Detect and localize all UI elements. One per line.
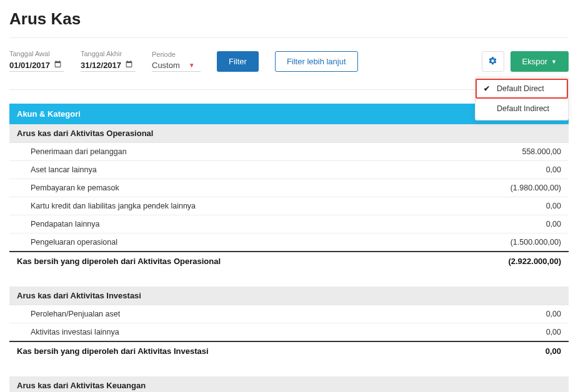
tanggal-awal-value: 01/01/2017 (9, 61, 50, 70)
table-row: Pendapatan lainnya0,00 (9, 215, 569, 233)
right-actions: Ekspor ▼ ✔Default DirectDefault Indirect (482, 51, 569, 72)
section-header: Arus kas dari Aktivitas Investasi (9, 287, 569, 305)
calendar-icon (125, 60, 133, 70)
section-header: Arus kas dari Aktivitas Operasional (9, 124, 569, 143)
subtotal-value: 0,00 (431, 341, 569, 360)
ekspor-label: Ekspor (522, 57, 547, 66)
table-row: Pembayaran ke pemasok(1.980.000,00) (9, 179, 569, 197)
settings-menu-item[interactable]: ✔Default Direct (476, 79, 568, 99)
subtotal-label: Kas bersih yang diperoleh dari Aktivitas… (9, 252, 431, 270)
row-name[interactable]: Pengeluaran operasional (9, 233, 431, 252)
subtotal-label: Kas bersih yang diperoleh dari Aktivitas… (9, 341, 431, 360)
col-account-header: Akun & Kategori (9, 104, 431, 124)
row-value: (1.500.000,00) (431, 233, 569, 252)
row-value: 558.000,00 (431, 143, 569, 161)
row-name[interactable]: Pendapatan lainnya (9, 215, 431, 233)
tanggal-awal-input[interactable]: 01/01/2017 (9, 59, 64, 72)
table-row: Pengeluaran operasional(1.500.000,00) (9, 233, 569, 252)
row-value: 0,00 (431, 215, 569, 233)
filter-button[interactable]: Filter (217, 51, 259, 72)
row-name[interactable]: Kartu kredit dan liabilitas jangka pende… (9, 197, 431, 215)
settings-menu-item-label: Default Direct (497, 84, 544, 93)
filter-more-button[interactable]: Filter lebih lanjut (275, 51, 358, 72)
periode-select[interactable]: Custom ▼ (152, 59, 201, 72)
page-title: Arus Kas (9, 9, 569, 38)
table-row: Penerimaan dari pelanggan558.000,00 (9, 143, 569, 161)
row-name[interactable]: Pembayaran ke pemasok (9, 179, 431, 197)
row-name[interactable]: Penerimaan dari pelanggan (9, 143, 431, 161)
row-value: 0,00 (431, 323, 569, 342)
subtotal-value: (2.922.000,00) (431, 252, 569, 270)
settings-button[interactable] (482, 51, 504, 72)
periode-field: Periode Custom ▼ (152, 51, 201, 72)
row-name[interactable]: Aktivitas investasi lainnya (9, 323, 431, 342)
tanggal-awal-label: Tanggal Awal (9, 50, 64, 57)
caret-down-icon: ▼ (551, 59, 557, 65)
tanggal-akhir-input[interactable]: 31/12/2017 (81, 59, 136, 72)
periode-value: Custom (152, 61, 180, 70)
row-value: 0,00 (431, 161, 569, 179)
settings-dropdown: ✔Default DirectDefault Indirect (475, 77, 569, 120)
row-value: 0,00 (431, 305, 569, 323)
table-row: Kartu kredit dan liabilitas jangka pende… (9, 197, 569, 215)
table-row: Aset lancar lainnya0,00 (9, 161, 569, 179)
periode-label: Periode (152, 51, 201, 58)
ekspor-button[interactable]: Ekspor ▼ (511, 51, 569, 72)
filter-bar: Tanggal Awal 01/01/2017 Tanggal Akhir 31… (9, 47, 569, 90)
table-row: Aktivitas investasi lainnya0,00 (9, 323, 569, 342)
caret-down-icon: ▼ (189, 62, 195, 69)
settings-menu-item-label: Default Indirect (497, 104, 549, 113)
tanggal-awal-field: Tanggal Awal 01/01/2017 (9, 50, 64, 72)
tanggal-akhir-label: Tanggal Akhir (81, 50, 136, 57)
section-header: Arus kas dari Aktivitas Keuangan (9, 376, 569, 392)
calendar-icon (54, 60, 62, 70)
report-table: Akun & Kategori /12/2017 Arus kas dari A… (9, 104, 569, 392)
tanggal-akhir-value: 31/12/2017 (81, 61, 121, 70)
spacer (9, 270, 569, 287)
check-icon: ✔ (482, 84, 492, 93)
spacer (9, 360, 569, 376)
gear-icon (488, 56, 497, 67)
row-value: (1.980.000,00) (431, 179, 569, 197)
row-value: 0,00 (431, 197, 569, 215)
row-name[interactable]: Aset lancar lainnya (9, 161, 431, 179)
table-row: Perolehan/Penjualan aset0,00 (9, 305, 569, 323)
tanggal-akhir-field: Tanggal Akhir 31/12/2017 (81, 50, 136, 72)
settings-menu-item[interactable]: Default Indirect (476, 99, 568, 119)
row-name[interactable]: Perolehan/Penjualan aset (9, 305, 431, 323)
